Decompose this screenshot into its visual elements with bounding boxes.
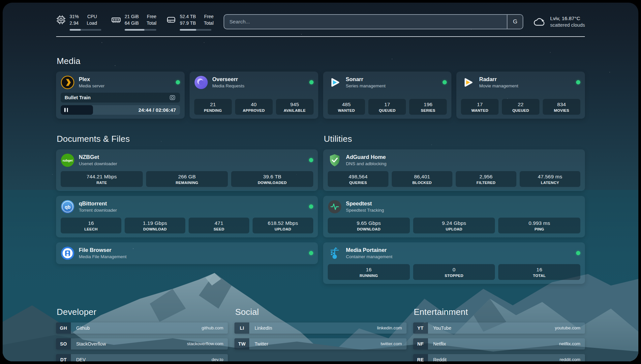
stat-value: 834	[544, 102, 579, 107]
app-desc: Usenet downloader	[79, 161, 117, 167]
sonarr-card[interactable]: Sonarr Series management 485 WANTED 17 Q…	[323, 72, 452, 119]
stat-box: 196 SERIES	[409, 99, 447, 115]
app-desc: Speedtest Tracking	[346, 207, 384, 213]
stat-box: 16 TOTAL	[498, 264, 580, 280]
stat-label: RUNNING	[329, 274, 409, 278]
cloud-icon	[533, 17, 546, 27]
dashboard: 31% 2.94 CPU Load	[3, 3, 638, 361]
stat-box: 0.993 ms PING	[498, 218, 580, 233]
stat-value: 618.52 Mbps	[254, 220, 312, 226]
stat-box: 17 QUEUED	[368, 99, 406, 115]
stat-label: QUERIES	[329, 181, 387, 185]
stat-box: 0 STOPPED	[413, 264, 495, 280]
stat-value: 16	[500, 267, 579, 273]
stat-label: DOWNLOAD	[329, 227, 409, 231]
link-abbr-badge: TW	[234, 338, 249, 349]
disk-total-label: Total	[204, 20, 214, 26]
app-desc: Movie management	[479, 83, 518, 89]
section-title-social: Social	[235, 307, 406, 317]
status-dot	[576, 251, 580, 255]
adguard-card[interactable]: AdGuard Home DNS and adblocking 498,564 …	[323, 149, 585, 191]
link-name: Reddit	[433, 357, 446, 361]
stat-box: 485 WANTED	[328, 99, 365, 115]
overseerr-card[interactable]: Overseerr Media Requests 21 PENDING 40 A…	[190, 72, 318, 119]
link-github[interactable]: GH Github github.com	[56, 322, 228, 334]
video-camera-icon	[169, 94, 176, 101]
nzbget-card[interactable]: nzbget NZBGet Usenet downloader 744.21 M…	[56, 149, 318, 191]
filebrowser-card[interactable]: File Browser Media File Management	[56, 242, 318, 264]
stat-label: AVAILABLE	[277, 108, 312, 112]
stat-label: LEECH	[62, 227, 120, 231]
stat-value: 17	[370, 102, 405, 107]
stat-label: UPLOAD	[254, 227, 312, 231]
memory-total-value: 64 GiB	[125, 20, 139, 26]
stat-box: 9.65 Gbps DOWNLOAD	[328, 218, 410, 233]
header-divider	[56, 36, 585, 37]
stat-box: 21 PENDING	[194, 99, 232, 115]
stat-value: 744.21 Mbps	[62, 174, 141, 180]
disk-progress-track	[180, 29, 211, 31]
stat-box: 9.24 Gbps UPLOAD	[413, 218, 495, 233]
stat-label: STOPPED	[414, 274, 494, 278]
filebrowser-icon	[61, 246, 75, 260]
stat-value: 21	[196, 102, 230, 107]
stat-label: RATE	[62, 181, 141, 185]
stat-box: 2,956 FILTERED	[456, 171, 516, 187]
search-engine-button[interactable]: G	[507, 15, 523, 29]
stat-value: 17	[462, 102, 497, 107]
stat-box: 618.52 Mbps UPLOAD	[253, 218, 313, 233]
speedtest-card[interactable]: Speedtest Speedtest Tracking 9.65 Gbps D…	[323, 196, 585, 237]
portainer-icon	[328, 246, 342, 260]
link-abbr-badge: GH	[56, 322, 71, 334]
stat-label: BLOCKED	[393, 181, 451, 185]
link-url: github.com	[201, 325, 223, 330]
plex-card[interactable]: Plex Media server Bullet Train	[56, 72, 185, 119]
stat-label: PING	[500, 227, 579, 231]
link-linkedin[interactable]: LI LinkedIn linkedin.com	[234, 322, 406, 334]
link-stackoverflow[interactable]: SO StackOverflow stackoverflow.com	[56, 338, 228, 349]
stat-box: 17 WANTED	[461, 99, 499, 115]
link-name: Github	[76, 325, 90, 331]
portainer-card[interactable]: Media Portainer Container management 16 …	[323, 242, 585, 284]
stat-label: SERIES	[411, 108, 445, 112]
stat-box: 266 GB REMAINING	[146, 171, 228, 187]
link-reddit[interactable]: RE Reddit reddit.com	[413, 354, 585, 361]
radarr-card[interactable]: Radarr Movie management 17 WANTED 22 QUE…	[456, 72, 585, 119]
section-title-developer: Developer	[57, 307, 228, 317]
status-dot	[309, 158, 313, 162]
radarr-icon	[461, 76, 475, 89]
memory-widget: 21 GiB 64 GiB Free Total	[111, 13, 156, 31]
search-input[interactable]	[224, 15, 507, 29]
link-url: youtube.com	[555, 325, 580, 330]
stat-value: 16	[62, 220, 120, 226]
stat-value: 16	[329, 267, 409, 273]
weather-widget[interactable]: Lviv, 16.87°C scattered clouds	[533, 15, 585, 28]
speedtest-icon	[328, 200, 342, 214]
link-url: dev.to	[212, 357, 224, 361]
app-name: NZBGet	[79, 154, 117, 161]
plex-icon	[61, 76, 75, 89]
stat-box: 47.569 ms LATENCY	[520, 171, 580, 187]
stat-value: 266 GB	[147, 174, 227, 180]
stat-box: 945 AVAILABLE	[276, 99, 314, 115]
link-youtube[interactable]: YT YouTube youtube.com	[413, 322, 585, 334]
link-twitter[interactable]: TW Twitter twitter.com	[234, 338, 406, 349]
pause-icon[interactable]	[64, 108, 68, 112]
stat-label: DOWNLOADED	[232, 181, 312, 185]
player-elapsed	[61, 105, 93, 115]
link-dev[interactable]: DT DEV dev.to	[56, 354, 228, 361]
status-dot	[576, 80, 580, 84]
link-url: linkedin.com	[377, 325, 402, 330]
stat-value: 47.569 ms	[521, 174, 579, 180]
link-abbr-badge: DT	[56, 354, 71, 361]
link-netflix[interactable]: NF Netflix netflix.com	[413, 338, 585, 349]
disk-total-value: 97.9 TB	[180, 20, 196, 26]
stat-value: 0	[414, 267, 494, 273]
link-name: DEV	[76, 357, 86, 361]
link-name: StackOverflow	[76, 341, 106, 347]
svg-text:qb: qb	[65, 204, 71, 209]
link-name: YouTube	[433, 325, 451, 331]
stat-label: LATENCY	[521, 181, 579, 185]
qbittorrent-card[interactable]: qb qBittorrent Torrent downloader 16	[56, 196, 318, 237]
cpu-usage-value: 31%	[70, 13, 79, 20]
